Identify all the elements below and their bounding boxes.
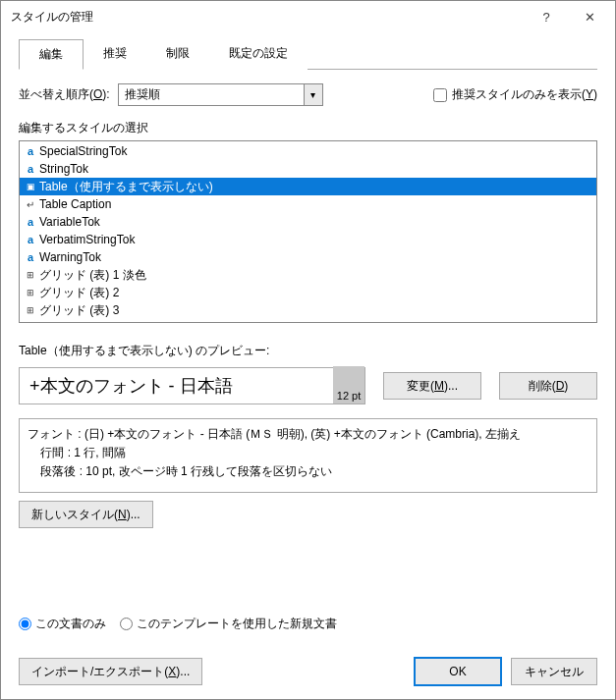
sort-select[interactable]: ▾ <box>118 83 323 106</box>
list-item[interactable]: aSpecialStringTok <box>20 142 596 160</box>
modify-button[interactable]: 変更(M)... <box>383 372 481 400</box>
manage-styles-dialog: スタイルの管理 ? ✕ 編集 推奨 制限 既定の設定 並べ替え順序(O): ▾ … <box>0 0 616 700</box>
radio-template-input[interactable] <box>120 618 133 630</box>
radio-this-doc-input[interactable] <box>19 618 31 630</box>
dialog-footer: インポート/エクスポート(X)... OK キャンセル <box>1 644 615 699</box>
tab-recommend[interactable]: 推奨 <box>84 39 146 70</box>
preview-font-name: +本文のフォント - 日本語 <box>29 374 233 398</box>
char-style-icon: a <box>24 216 37 228</box>
chevron-down-icon[interactable]: ▾ <box>305 83 323 106</box>
tab-restrict[interactable]: 制限 <box>146 39 209 70</box>
sort-label: 並べ替え順序(O): <box>19 86 110 103</box>
char-style-icon: a <box>24 163 37 175</box>
preview-label: Table（使用するまで表示しない) のプレビュー: <box>19 343 597 359</box>
show-recommended-checkbox[interactable] <box>433 88 447 102</box>
preview-row: +本文のフォント - 日本語 12 pt 変更(M)... 削除(D) <box>19 367 597 404</box>
sort-value[interactable] <box>118 83 305 106</box>
import-export-button[interactable]: インポート/エクスポート(X)... <box>19 658 202 685</box>
desc-line: 段落後 : 10 pt, 改ページ時 1 行残して段落を区切らない <box>28 462 588 481</box>
delete-button[interactable]: 削除(D) <box>499 372 597 400</box>
help-icon: ? <box>542 10 549 25</box>
list-item[interactable]: ⊞グリッド (表) 1 淡色 <box>20 266 596 284</box>
table-style-icon: ⊞ <box>24 270 37 280</box>
list-item[interactable]: ⊞グリッド (表) 3 <box>20 301 596 319</box>
table-style-icon: ⊞ <box>24 288 37 297</box>
list-item[interactable]: ↵Table Caption <box>20 195 596 213</box>
ok-button[interactable]: OK <box>415 658 501 685</box>
help-button[interactable]: ? <box>525 2 568 31</box>
list-item[interactable]: aVariableTok <box>20 213 596 231</box>
scope-radio-row: この文書のみ このテンプレートを使用した新規文書 <box>19 602 597 644</box>
cancel-button[interactable]: キャンセル <box>511 658 597 685</box>
preview-box: +本文のフォント - 日本語 12 pt <box>19 367 365 404</box>
show-recommended-label: 推奨スタイルのみを表示(Y) <box>452 86 597 103</box>
titlebar: スタイルの管理 ? ✕ <box>1 1 615 32</box>
dialog-title: スタイルの管理 <box>11 9 525 26</box>
table-style-icon: ▣ <box>24 182 37 191</box>
list-item[interactable]: ⊞グリッド (表) 2 <box>20 284 596 301</box>
tab-edit[interactable]: 編集 <box>19 39 84 70</box>
newstyle-row: 新しいスタイル(N)... <box>19 501 597 528</box>
desc-line: 行間 : 1 行, 間隔 <box>28 444 588 462</box>
radio-template[interactable]: このテンプレートを使用した新規文書 <box>120 616 337 632</box>
close-button[interactable]: ✕ <box>568 2 611 31</box>
char-style-icon: a <box>24 251 37 263</box>
list-item[interactable]: aVerbatimStringTok <box>20 231 596 248</box>
style-listbox[interactable]: aSpecialStringTok aStringTok ▣Table（使用する… <box>19 140 597 323</box>
tab-defaults[interactable]: 既定の設定 <box>209 39 308 70</box>
char-style-icon: a <box>24 145 37 157</box>
table-style-icon: ⊞ <box>24 305 37 315</box>
tab-bar: 編集 推奨 制限 既定の設定 <box>19 38 597 70</box>
close-icon: ✕ <box>585 10 595 25</box>
char-style-icon: a <box>24 234 37 245</box>
show-recommended-check[interactable]: 推奨スタイルのみを表示(Y) <box>433 86 597 103</box>
dialog-body: 編集 推奨 制限 既定の設定 並べ替え順序(O): ▾ 推奨スタイルのみを表示(… <box>1 32 615 644</box>
list-item[interactable]: aStringTok <box>20 160 596 178</box>
sort-row: 並べ替え順序(O): ▾ 推奨スタイルのみを表示(Y) <box>19 83 597 106</box>
list-label: 編集するスタイルの選択 <box>19 120 597 136</box>
style-description: フォント : (日) +本文のフォント - 日本語 (ＭＳ 明朝), (英) +… <box>19 418 597 493</box>
list-item[interactable]: ▣Table（使用するまで表示しない) <box>20 178 596 195</box>
preview-pt-badge: 12 pt <box>333 366 364 404</box>
para-style-icon: ↵ <box>24 199 37 210</box>
radio-this-doc[interactable]: この文書のみ <box>19 616 106 632</box>
list-item[interactable]: aWarningTok <box>20 248 596 266</box>
new-style-button[interactable]: 新しいスタイル(N)... <box>19 501 153 528</box>
desc-line: フォント : (日) +本文のフォント - 日本語 (ＭＳ 明朝), (英) +… <box>28 425 588 444</box>
